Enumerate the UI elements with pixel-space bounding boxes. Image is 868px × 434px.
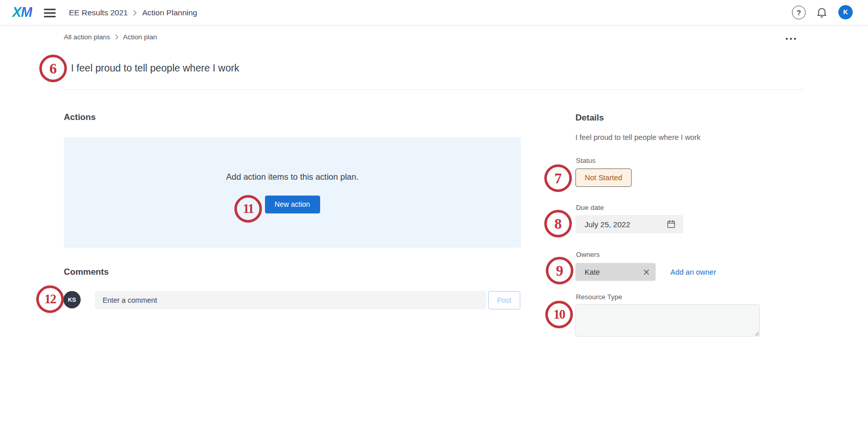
top-navigation-bar: XM EE Results 2021 Action Planning ? K: [0, 0, 868, 26]
notifications-bell-icon[interactable]: [815, 6, 829, 19]
xm-logo[interactable]: XM: [12, 5, 32, 20]
resource-type-textarea[interactable]: [575, 304, 760, 336]
details-description: I feel proud to tell people where I work: [575, 133, 701, 141]
hamburger-bar: [44, 12, 56, 14]
all-action-plans-link[interactable]: All action plans: [64, 33, 110, 41]
empty-state-message: Add action items to this action plan.: [226, 172, 359, 182]
due-date-label: Due date: [576, 204, 604, 211]
hamburger-bar: [44, 9, 56, 10]
breadcrumb-current: Action plan: [123, 33, 157, 41]
commenter-avatar: KS: [63, 291, 81, 308]
add-owner-link[interactable]: Add an owner: [670, 268, 716, 276]
owner-name: Kate: [585, 268, 600, 276]
annotation-circle-8: 8: [544, 210, 572, 237]
bell-icon: [815, 6, 828, 19]
annotation-circle-7: 7: [544, 164, 572, 192]
due-date-field[interactable]: July 25, 2022: [575, 215, 683, 233]
breadcrumb-section[interactable]: Action Planning: [142, 8, 197, 17]
annotation-circle-10: 10: [545, 301, 573, 328]
chevron-right-icon: [115, 34, 118, 40]
actions-heading: Actions: [64, 112, 95, 123]
details-heading: Details: [575, 113, 604, 123]
page-title: I feel proud to tell people where I work: [71, 62, 239, 74]
comments-heading: Comments: [64, 267, 109, 277]
new-action-button[interactable]: New action: [265, 196, 320, 213]
divider: [64, 89, 805, 90]
chevron-right-icon: [133, 10, 137, 16]
top-breadcrumb: EE Results 2021 Action Planning: [69, 0, 197, 26]
action-plan-page: XM EE Results 2021 Action Planning ? K A…: [0, 0, 868, 434]
hamburger-bar: [44, 16, 56, 17]
due-date-value: July 25, 2022: [585, 220, 630, 229]
help-glyph: ?: [797, 9, 801, 17]
ellipsis-dot: [794, 38, 797, 40]
breadcrumb-project[interactable]: EE Results 2021: [69, 8, 128, 17]
actions-empty-state: Add action items to this action plan. Ne…: [64, 137, 521, 248]
annotation-circle-6: 6: [39, 55, 67, 82]
close-icon: [643, 269, 649, 275]
more-options-button[interactable]: [782, 35, 800, 43]
calendar-icon: [666, 219, 676, 229]
user-avatar[interactable]: K: [838, 5, 853, 19]
resource-type-label: Resource Type: [576, 293, 622, 301]
plan-breadcrumb: All action plans Action plan: [64, 32, 157, 41]
annotation-circle-12: 12: [36, 285, 64, 313]
remove-owner-button[interactable]: [643, 269, 649, 275]
post-button[interactable]: Post: [488, 291, 520, 309]
owner-chip: Kate: [575, 263, 656, 281]
status-label: Status: [576, 157, 595, 164]
hamburger-menu-icon[interactable]: [44, 9, 56, 17]
annotation-circle-9: 9: [546, 257, 573, 284]
comment-input[interactable]: [95, 291, 486, 309]
help-icon[interactable]: ?: [792, 6, 806, 19]
owners-label: Owners: [576, 251, 600, 258]
status-badge[interactable]: Not Started: [575, 168, 632, 187]
ellipsis-dot: [790, 38, 792, 40]
ellipsis-dot: [786, 38, 788, 40]
